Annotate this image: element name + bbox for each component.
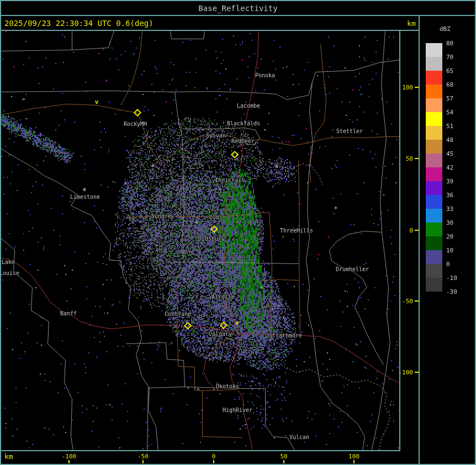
colorbar-swatch (426, 71, 442, 84)
caret-marker-icon: ^ (22, 98, 25, 104)
city-label: ThreeHills (280, 228, 313, 234)
y-axis-tick (415, 87, 419, 88)
y-axis-tick-label: 100 (391, 84, 413, 91)
colorbar-swatch (426, 278, 442, 292)
scan-timestamp: 2025/09/23 22:30:34 UTC 0.6(deg) (4, 19, 154, 28)
colorbar-swatch (426, 57, 442, 71)
city-label: Cochrane (165, 311, 191, 317)
colorbar-tick-label: -10 (446, 274, 457, 282)
city-label: Lake (2, 259, 15, 265)
y-axis-tick-label: 50 (391, 155, 413, 162)
colorbar-swatch (426, 126, 442, 140)
city-label: Olds (209, 214, 223, 220)
colorbar-tick-label: 20 (446, 233, 453, 240)
y-axis-tick-label: 0 (391, 227, 413, 234)
plus-marker-icon: + (195, 220, 198, 225)
city-label: Calgary (209, 331, 232, 337)
city-label: Sylvan (206, 133, 226, 139)
window-border-top (0, 0, 476, 1)
colorbar-tick-label: 42 (446, 164, 453, 171)
colorbar-swatch (426, 140, 442, 154)
x-axis-tick-label: -50 (137, 453, 149, 460)
colorbar-swatch (426, 209, 442, 223)
x-axis-tick-label: -100 (62, 453, 77, 460)
colorbar-tick-label: 65 (446, 67, 453, 75)
colorbar-tick-label: -30 (446, 288, 457, 295)
city-label: HighRiver (223, 407, 252, 413)
y-axis-tick-label: -50 (391, 298, 413, 305)
colorbar-swatch (426, 154, 442, 167)
colorbar-swatch (426, 43, 442, 57)
window-title: Base_Reflectivity (198, 4, 277, 13)
city-label: Okotoks (216, 383, 239, 389)
colorbar-tick-label: 54 (446, 109, 453, 116)
x-axis-tick (213, 460, 214, 463)
x-axis-tick (353, 460, 355, 463)
caret-marker-icon: ^ (197, 388, 200, 394)
city-label: Banff (60, 310, 77, 316)
city-label: Ponoka (255, 72, 275, 78)
colorbar-swatch (426, 98, 442, 112)
city-label: Drumheller (336, 266, 369, 272)
city-label: Lacombe (237, 103, 260, 109)
city-label: Airdrie (211, 294, 235, 300)
chevron-marker-icon: v (235, 320, 239, 326)
colorbar-tick-label: 10 (446, 247, 453, 254)
colorbar-tick-label: 57 (446, 95, 453, 102)
caret-marker-icon: ^ (235, 158, 239, 163)
city-label: Vulcan (289, 434, 309, 440)
radar-viewer-window: Base_Reflectivity 2025/09/23 22:30:34 UT… (0, 0, 476, 465)
x-axis-tick (68, 460, 70, 463)
plus-marker-icon: + (151, 163, 155, 169)
star-marker-icon: * (274, 163, 279, 171)
caret-marker-icon: ^ (218, 189, 221, 194)
colorbar-swatch (426, 264, 442, 278)
colorbar-panel-divider (419, 16, 420, 465)
colorbar-tick-label: 48 (446, 136, 453, 144)
colorbar-swatch (426, 112, 442, 126)
city-label: RedDeer (231, 138, 255, 144)
y-axis-tick (415, 230, 419, 231)
x-axis-tick-label: 100 (348, 453, 359, 460)
title-bar: Base_Reflectivity (0, 1, 476, 15)
colorbar-swatch (426, 236, 442, 250)
colorbar-tick-label: 45 (446, 150, 453, 157)
colorbar-tick-label: 80 (446, 40, 453, 47)
plus-marker-icon: + (334, 205, 337, 211)
y-axis-tick-label: -100 (391, 369, 413, 376)
city-label: Strathmore (269, 332, 302, 339)
window-border-left (0, 0, 1, 465)
colorbar-tick-label: 36 (446, 192, 453, 199)
colorbar-swatch (426, 223, 442, 236)
city-label: Blackfalds (227, 120, 260, 126)
colorbar-swatch (426, 250, 442, 264)
city-label: Sundre (151, 213, 171, 219)
y-axis-tick (415, 300, 419, 302)
titlebar-separator (0, 15, 476, 16)
map-border-right (399, 30, 400, 451)
city-label: Innisfail (215, 177, 245, 183)
x-axis-tick (283, 460, 284, 463)
colorbar-tick-label: 33 (446, 205, 453, 213)
colorbar-tick-label: 39 (446, 178, 453, 185)
city-label: Didsbury (198, 236, 225, 242)
colorbar-tick-label: 51 (446, 123, 453, 130)
x-axis-tick (142, 460, 144, 463)
colorbar-swatch (426, 181, 442, 195)
y-axis-tick (415, 158, 419, 159)
chevron-marker-icon: v (95, 99, 99, 105)
star-marker-icon: * (82, 187, 87, 194)
colorbar-unit-label: dBZ (440, 25, 458, 33)
y-axis-unit-label: km (400, 19, 416, 28)
colorbar-tick-label: 60 (446, 81, 453, 88)
colorbar-swatch (426, 167, 442, 181)
x-axis-unit-label: km (4, 452, 13, 461)
map-border-top (0, 30, 419, 31)
caret-marker-icon: ^ (260, 287, 263, 292)
colorbar-tick-label: 70 (446, 54, 453, 61)
colorbar-tick-label: 30 (446, 219, 453, 226)
caret-marker-icon: ^ (188, 120, 191, 126)
x-axis-tick-label: 0 (212, 453, 216, 460)
colorbar-tick-label: 0 (446, 261, 450, 268)
y-axis-tick (415, 372, 419, 373)
